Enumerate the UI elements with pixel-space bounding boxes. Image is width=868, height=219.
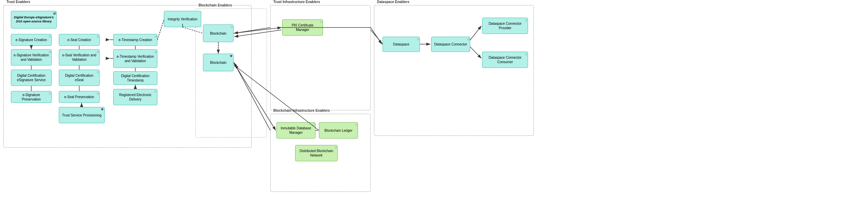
node-dataspace-connector-provider[interactable]: Dataspace Connector Provider □ — [482, 18, 528, 34]
icon-indicator: ◁ — [49, 50, 51, 54]
icon-indicator: □ — [525, 19, 527, 22]
icon-indicator: ◁ — [154, 50, 156, 54]
icon-indicator: ◁ — [97, 50, 99, 54]
group-trust-infrastructure-label: Trust Infrastructure Enablers — [273, 0, 321, 4]
node-eseal-verification[interactable]: e-Seal Verification and Validation ◁ — [59, 49, 100, 66]
node-digital-cert-timestamp[interactable]: Digital Certification Timestamp — [113, 71, 157, 85]
icon-indicator: □ — [417, 38, 419, 41]
icon-indicator: ◁ — [97, 92, 99, 95]
icon-indicator: □ — [49, 92, 51, 95]
icon-indicator: ◁ — [154, 35, 156, 38]
node-timestamp-creation[interactable]: e-Timestamp Creation ◁ — [113, 34, 157, 46]
group-blockchain-enablers-label: Blockchain Enablers — [198, 3, 233, 7]
node-digital-europe-lib[interactable]: Digital Europe eSignature's DSS open-sou… — [11, 11, 57, 29]
icon-indicator: ⛊ — [101, 108, 104, 111]
node-eseal-creation[interactable]: e-Seal Creation ◁ — [59, 34, 100, 46]
group-trust-enablers-label: Trust Enablers — [6, 0, 31, 4]
icon-indicator: ◁ — [467, 38, 469, 41]
node-registered-electronic-delivery[interactable]: Registered Electronic Delivery □ — [113, 89, 157, 105]
node-distributed-blockchain[interactable]: Distributed Blockchain Network □ — [295, 145, 338, 161]
node-digital-cert-eseal[interactable]: Digital Certification eSeal □ — [59, 70, 100, 86]
node-trust-service-provisioning[interactable]: Trust Service Provisioning ⛊ — [59, 107, 105, 123]
node-blockchain-ledger[interactable]: Blockchain Ledger □ — [319, 122, 358, 139]
icon-indicator: □ — [231, 25, 233, 29]
icon-indicator: □ — [335, 146, 337, 149]
node-integrity-verification[interactable]: Integrity Verification — [164, 11, 201, 27]
node-esig-preservation[interactable]: e-Signature Preservation □ — [11, 91, 52, 103]
node-pki-cert-manager[interactable]: PKI Certificate Manager □ — [282, 19, 323, 36]
group-dataspace-enablers-label: Dataspace Enablers — [376, 0, 410, 4]
icon-indicator: ⛊ — [230, 55, 233, 58]
icon-indicator: ▤ — [53, 12, 56, 15]
node-esig-verification[interactable]: e-Signature Verification and Validation … — [11, 49, 52, 66]
icon-indicator: □ — [525, 53, 527, 56]
group-blockchain-infrastructure-label: Blockchain Infrastructure Enablers — [273, 109, 330, 112]
node-dataspace-connector-consumer[interactable]: Dataspace Connector Consumer □ — [482, 52, 528, 68]
node-blockchain-1[interactable]: Blockchain □ — [203, 24, 234, 42]
node-eseal-preservation[interactable]: e-Seal Preservation ◁ — [59, 91, 100, 103]
node-blockchain-2[interactable]: Blockchain ⛊ — [203, 54, 234, 71]
icon-indicator: ◁ — [97, 35, 99, 38]
node-inmutable-db[interactable]: Inmutable Database Manager □ — [276, 122, 316, 139]
icon-indicator: □ — [49, 35, 51, 38]
node-esig-creation[interactable]: e-Signature Creation □ — [11, 34, 52, 46]
icon-indicator: □ — [155, 90, 156, 93]
node-digital-cert-esig[interactable]: Digital Certification eSignature Service — [11, 70, 52, 86]
node-dataspace[interactable]: Dataspace □ — [382, 37, 420, 52]
icon-indicator: □ — [313, 123, 314, 127]
node-timestamp-verification[interactable]: e-Timestamp Verification and Validation … — [113, 49, 157, 68]
node-dataspace-connector[interactable]: Dataspace Connector ◁ — [431, 37, 470, 52]
icon-indicator: □ — [355, 123, 357, 127]
icon-indicator: □ — [320, 20, 322, 24]
diagram-container: Trust Enablers Blockchain Enablers Trust… — [0, 0, 868, 219]
icon-indicator: □ — [97, 71, 99, 74]
